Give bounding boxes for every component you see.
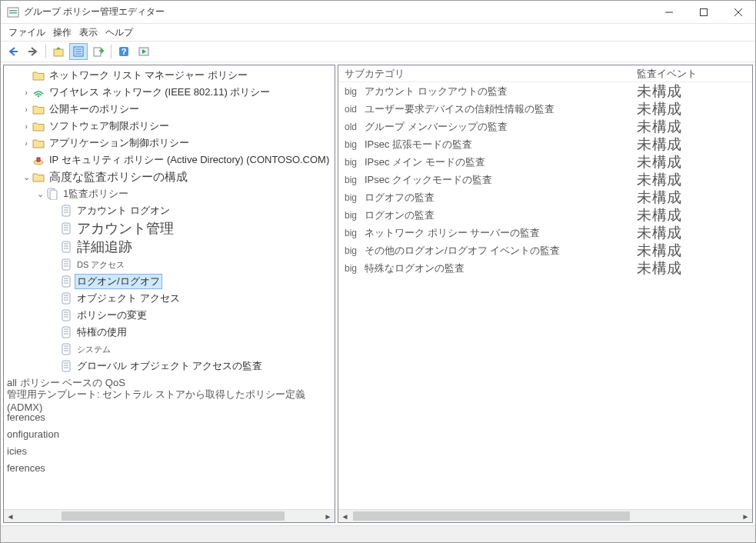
tree-item-truncated[interactable]: icies xyxy=(4,442,335,459)
expand-icon[interactable]: › xyxy=(21,105,32,114)
tree-item[interactable]: IP セキュリティ ポリシー (Active Directory) (CONTO… xyxy=(4,152,335,168)
tree-label[interactable]: ネットワーク リスト マネージャー ポリシー xyxy=(47,68,250,83)
tree-item[interactable]: グローバル オブジェクト アクセスの監査 xyxy=(4,358,335,375)
tree-item[interactable]: 詳細追跡 xyxy=(4,238,335,256)
tree-item-truncated[interactable]: 管理用テンプレート: セントラル ストアから取得したポリシー定義 (ADMX) xyxy=(4,391,335,408)
scroll-right-button[interactable]: ► xyxy=(321,510,335,523)
svg-rect-47 xyxy=(62,310,70,321)
tree-pane: ネットワーク リスト マネージャー ポリシー›ワイヤレス ネットワーク (IEE… xyxy=(3,65,335,523)
list-item[interactable]: bigIPsec 拡張モードの監査未構成 xyxy=(338,135,752,153)
toolbar-separator xyxy=(111,45,112,58)
tree-label[interactable]: DS アクセス xyxy=(75,258,127,272)
scroll-thumb[interactable] xyxy=(62,511,285,521)
menu-view[interactable]: 表示 xyxy=(76,25,101,41)
tree-label[interactable]: 特権の使用 xyxy=(75,325,129,340)
tree-item[interactable]: 特権の使用 xyxy=(4,324,335,341)
tree-item[interactable]: ポリシーの変更 xyxy=(4,307,335,324)
tree-label[interactable]: 1監査ポリシー xyxy=(61,186,131,202)
tree-item[interactable]: オブジェクト アクセス xyxy=(4,290,335,307)
menu-file[interactable]: ファイル xyxy=(5,25,48,41)
svg-rect-43 xyxy=(62,293,70,304)
list-item[interactable]: bigログオンの監査未構成 xyxy=(338,206,752,224)
list-item[interactable]: bigIPsec メイン モードの監査未構成 xyxy=(338,153,752,171)
tree-icon xyxy=(59,292,73,305)
tree-label[interactable]: 公開キーのポリシー xyxy=(47,102,142,117)
list-item[interactable]: oldグループ メンバーシップの監査未構成 xyxy=(338,118,752,135)
up-button[interactable] xyxy=(49,43,68,60)
tree-label[interactable]: ログオン/ログオフ xyxy=(75,274,162,289)
tree-label[interactable]: ポリシーの変更 xyxy=(75,308,149,323)
tree-icon xyxy=(32,171,45,183)
tree-icon xyxy=(59,343,73,355)
list-item[interactable]: bigログオフの監査未構成 xyxy=(338,188,752,206)
tree-item[interactable]: DS アクセス xyxy=(4,256,335,273)
tree-icon xyxy=(59,275,73,288)
forward-button[interactable] xyxy=(24,43,42,60)
tree-label[interactable]: 詳細追跡 xyxy=(75,237,135,257)
tree-item[interactable]: ›ワイヤレス ネットワーク (IEEE 802.11) ポリシー xyxy=(4,84,335,101)
tree-icon xyxy=(59,258,73,271)
tree-item[interactable]: ›ソフトウェア制限ポリシー xyxy=(4,118,335,135)
expand-icon[interactable]: ⌄ xyxy=(35,189,45,199)
tree-item[interactable]: ›公開キーのポリシー xyxy=(4,101,335,118)
list-header[interactable]: サブカテゴリ 監査イベント xyxy=(338,65,752,82)
svg-rect-23 xyxy=(62,205,70,216)
tree-label[interactable]: IP セキュリティ ポリシー (Active Directory) (CONTO… xyxy=(47,152,331,168)
view-list-button[interactable] xyxy=(69,43,88,60)
menu-action[interactable]: 操作 xyxy=(50,25,75,41)
list-item[interactable]: bigIPsec クイックモードの監査未構成 xyxy=(338,171,752,188)
help-button[interactable]: ? xyxy=(115,43,133,60)
scroll-right-button[interactable]: ► xyxy=(739,510,752,523)
expand-icon[interactable]: › xyxy=(21,138,32,148)
titlebar: グループ ポリシー管理エディター xyxy=(1,1,755,24)
tree-item[interactable]: アカウント管理 xyxy=(4,219,335,238)
column-subcategory[interactable]: サブカテゴリ xyxy=(338,67,637,81)
row-prefix: big xyxy=(345,263,363,274)
tree-label[interactable]: アカウント ログオン xyxy=(75,203,172,218)
tree-icon xyxy=(32,120,45,132)
tree-icon xyxy=(32,69,45,82)
policy-tree[interactable]: ネットワーク リスト マネージャー ポリシー›ワイヤレス ネットワーク (IEE… xyxy=(4,65,335,509)
list-item[interactable]: bigその他のログオン/ログオフ イベントの監査未構成 xyxy=(338,242,752,259)
scroll-left-button[interactable]: ◄ xyxy=(4,510,17,523)
close-button[interactable] xyxy=(721,1,755,23)
tree-item[interactable]: ⌄1監査ポリシー xyxy=(4,185,335,202)
tree-item[interactable]: ネットワーク リスト マネージャー ポリシー xyxy=(4,67,335,84)
tree-item[interactable]: システム xyxy=(4,341,335,358)
back-button[interactable] xyxy=(4,43,22,60)
tree-label[interactable]: ワイヤレス ネットワーク (IEEE 802.11) ポリシー xyxy=(47,85,273,100)
export-button[interactable] xyxy=(89,43,108,60)
tree-label[interactable]: システム xyxy=(75,343,113,356)
scroll-thumb[interactable] xyxy=(353,511,630,521)
tree-item-truncated[interactable]: ferences xyxy=(4,459,335,476)
list-item[interactable]: bigアカウント ロックアウトの監査未構成 xyxy=(338,82,752,100)
expand-icon[interactable]: ⌄ xyxy=(21,172,32,182)
tree-label[interactable]: アカウント管理 xyxy=(75,218,176,238)
tree-label[interactable]: グローバル オブジェクト アクセスの監査 xyxy=(75,358,265,374)
scroll-left-button[interactable]: ◄ xyxy=(338,510,351,523)
tree-label[interactable]: アプリケーション制御ポリシー xyxy=(47,135,191,151)
list-pane: サブカテゴリ 監査イベント bigアカウント ロックアウトの監査未構成oidユー… xyxy=(338,65,753,523)
maximize-button[interactable] xyxy=(686,1,721,23)
list-item[interactable]: big特殊なログオンの監査未構成 xyxy=(338,259,752,277)
tree-label[interactable]: オブジェクト アクセス xyxy=(75,291,182,306)
expand-icon[interactable]: › xyxy=(21,122,32,131)
hscrollbar[interactable]: ◄ ► xyxy=(4,509,335,522)
play-button[interactable] xyxy=(135,43,153,60)
minimize-button[interactable] xyxy=(651,1,686,23)
hscrollbar[interactable]: ◄ ► xyxy=(338,509,752,522)
column-audit-event[interactable]: 監査イベント xyxy=(637,67,752,81)
menu-help[interactable]: ヘルプ xyxy=(102,25,136,41)
list-item[interactable]: bigネットワーク ポリシー サーバーの監査未構成 xyxy=(338,224,752,242)
expand-icon[interactable]: › xyxy=(21,88,32,97)
row-prefix: big xyxy=(345,157,363,168)
tree-label[interactable]: 高度な監査ポリシーの構成 xyxy=(47,169,190,185)
list-item[interactable]: oidユーザー要求デバイスの信頼性情報の監査未構成 xyxy=(338,100,752,118)
tree-item[interactable]: ›アプリケーション制御ポリシー xyxy=(4,135,335,152)
tree-item[interactable]: ログオン/ログオフ xyxy=(4,273,335,290)
tree-item-truncated[interactable]: onfiguration xyxy=(4,425,335,442)
tree-label[interactable]: ソフトウェア制限ポリシー xyxy=(47,118,172,134)
tree-icon xyxy=(59,360,73,372)
tree-item[interactable]: ⌄高度な監査ポリシーの構成 xyxy=(4,168,335,185)
tree-item[interactable]: アカウント ログオン xyxy=(4,202,335,219)
